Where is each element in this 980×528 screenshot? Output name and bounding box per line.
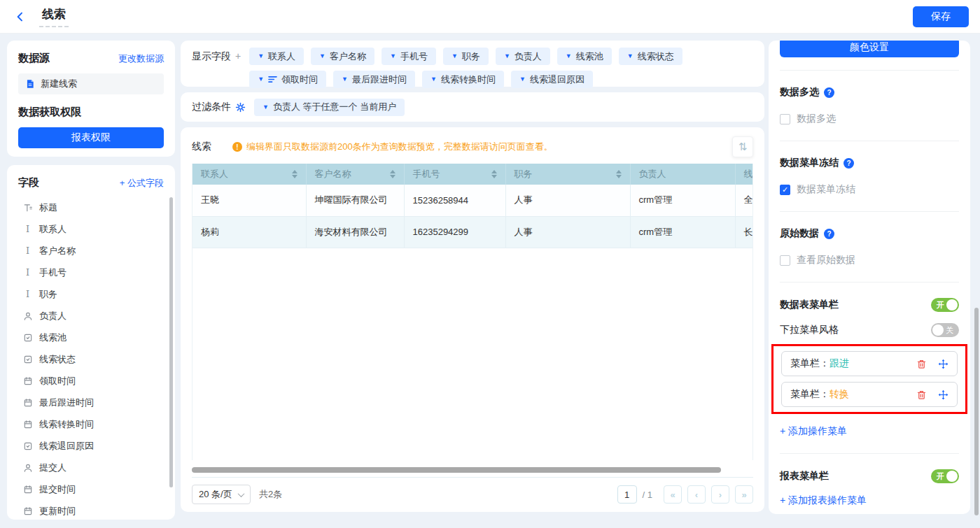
menu-freeze-checkbox[interactable]: ✓ [780,185,790,195]
caret-down-icon: ▼ [430,76,437,83]
caret-down-icon: ▼ [504,53,510,59]
toggle-knob [932,324,944,336]
select-field-icon [22,332,33,343]
column-header[interactable]: 职务 [505,164,630,185]
report-permission-button[interactable]: 报表权限 [18,127,164,148]
field-item[interactable]: I职务 [18,283,164,305]
field-item[interactable]: 更新时间 [18,500,164,520]
field-item[interactable]: 提交时间 [18,478,164,500]
next-page-button[interactable]: › [711,485,729,504]
report-menu-toggle[interactable]: 开 [931,469,959,483]
prev-page-button[interactable]: ‹ [687,485,706,504]
column-sort-icon[interactable] [390,170,396,178]
menu-bar-item[interactable]: 菜单栏： 跟进 [781,351,958,376]
field-item[interactable]: I手机号 [18,262,164,283]
move-menu-icon[interactable] [937,389,948,400]
color-settings-button[interactable]: 颜色设置 [780,41,959,57]
delete-menu-icon[interactable] [916,358,927,369]
menu-item-name: 转换 [830,388,849,401]
fields-scrollbar[interactable] [169,197,173,487]
move-menu-icon[interactable] [937,358,948,369]
field-item[interactable]: 线索池 [18,327,164,348]
display-fields-label: 显示字段+ [192,48,241,80]
display-field-tag[interactable]: ▼客户名称 [311,48,374,65]
column-sort-icon[interactable] [292,170,298,178]
preview-table: 联系人 客户名称 手机号 职务 负责人 线索池 王晓 坤曜国际有限公司 1523… [192,164,753,460]
filter-condition-tag[interactable]: ▼负责人 等于任意一个 当前用户 [254,99,405,116]
first-page-button[interactable]: « [664,485,682,504]
multi-select-checkbox[interactable] [780,114,790,124]
fields-title: 字段 [18,176,39,190]
delete-menu-icon[interactable] [916,389,927,400]
display-field-tag[interactable]: ▼手机号 [382,48,436,65]
table-row: 杨莉 海安材料有限公司 16235294299 人事 crm管理 长沙线索 [192,216,753,248]
field-label: 提交时间 [39,483,76,496]
save-button[interactable]: 保存 [913,6,969,27]
table-menu-toggle[interactable]: 开 [931,298,959,312]
settings-scrollbar[interactable] [974,308,979,515]
field-item[interactable]: 线索转换时间 [18,413,164,435]
cell: 人事 [505,216,630,248]
last-page-button[interactable]: » [735,485,753,504]
field-item[interactable]: 标题 [18,197,164,218]
add-display-field-button[interactable]: + [235,50,241,62]
field-item[interactable]: 领取时间 [18,370,164,392]
display-field-tags: ▼联系人 ▼客户名称 ▼手机号 ▼职务 ▼负责人 ▼线索池 ▼线索状态 ▼领取时… [249,48,753,80]
table-sort-button[interactable]: ⇅ [732,136,753,157]
field-label: 线索池 [39,331,66,344]
display-field-tag[interactable]: ▼负责人 [496,48,550,65]
column-header[interactable]: 联系人 [192,164,306,185]
display-field-tag[interactable]: ▼线索退回原因 [511,71,593,88]
sort-order-icon [268,76,277,83]
field-item[interactable]: 线索退回原因 [18,435,164,457]
display-field-tag[interactable]: ▼线索转换时间 [422,71,504,88]
column-header[interactable]: 负责人 [630,164,735,185]
gear-icon[interactable] [235,102,246,113]
column-sort-icon[interactable] [491,170,497,178]
total-count: 共2条 [259,488,282,501]
display-field-tag[interactable]: ▼职务 [443,48,489,65]
menu-item-prefix: 菜单栏： [790,357,830,370]
field-item[interactable]: 负责人 [18,305,164,327]
field-item[interactable]: 线索状态 [18,348,164,370]
horizontal-scrollbar [192,467,753,473]
text-field-icon: I [22,224,33,234]
help-icon[interactable]: ? [824,229,834,239]
cell: 杨莉 [192,216,306,248]
display-field-tag[interactable]: ▼线索池 [557,48,612,65]
back-button[interactable] [11,8,29,26]
display-field-tag-sorted[interactable]: ▼领取时间 [249,71,326,88]
column-header[interactable]: 手机号 [404,164,505,185]
page-size-select[interactable]: 20 条/页 [192,485,251,504]
add-formula-field-link[interactable]: + 公式字段 [120,177,164,190]
help-icon[interactable]: ? [844,158,854,169]
add-action-menu-link[interactable]: + 添加操作菜单 [780,425,959,438]
field-item[interactable]: I客户名称 [18,240,164,262]
display-field-tag[interactable]: ▼最后跟进时间 [333,71,415,88]
datasource-item[interactable]: 新建线索 [18,73,164,94]
current-page-input[interactable]: 1 [617,485,637,504]
column-header[interactable]: 线索池 [735,164,753,185]
raw-data-section: 原始数据? 查看原始数据 [780,211,959,282]
section-title: 数据多选 [780,86,819,99]
display-field-tag[interactable]: ▼联系人 [249,48,304,65]
column-sort-icon[interactable] [616,170,622,178]
field-item[interactable]: 提交人 [18,457,164,478]
change-datasource-link[interactable]: 更改数据源 [118,52,164,65]
filter-panel: 过滤条件 ▼负责人 等于任意一个 当前用户 [181,92,764,122]
section-title: 数据菜单冻结 [780,157,839,169]
raw-data-checkbox[interactable] [780,255,790,266]
person-field-icon [22,311,33,321]
page-title[interactable]: 线索 [39,6,69,27]
display-field-tag[interactable]: ▼线索状态 [619,48,682,65]
field-label: 客户名称 [39,245,76,257]
dropdown-style-toggle[interactable]: 关 [931,323,959,337]
field-item[interactable]: I联系人 [18,218,164,240]
menu-bar-item[interactable]: 菜单栏： 转换 [781,382,958,407]
horizontal-scrollbar-thumb[interactable] [192,467,721,473]
add-report-menu-link[interactable]: + 添加报表操作菜单 [780,494,959,507]
column-header[interactable]: 客户名称 [306,164,404,185]
help-icon[interactable]: ? [824,87,834,98]
text-field-icon: I [22,245,33,256]
field-item[interactable]: 最后跟进时间 [18,392,164,413]
